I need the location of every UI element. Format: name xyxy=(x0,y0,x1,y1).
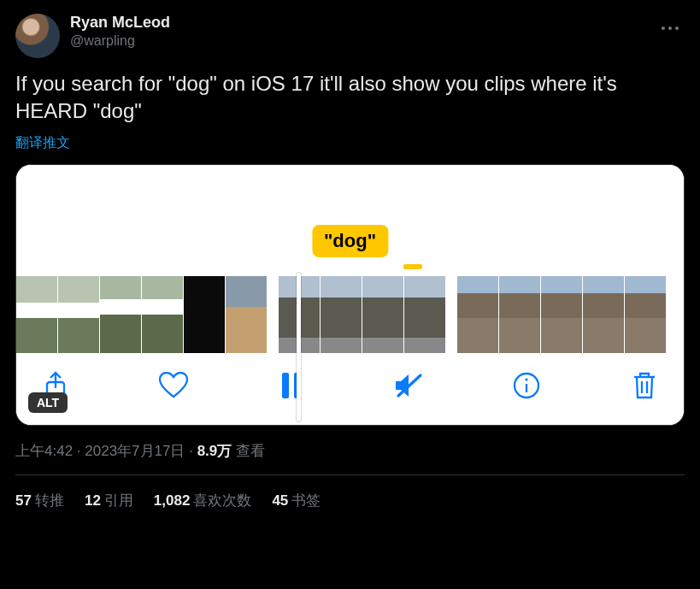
author-handle: @warpling xyxy=(70,33,645,49)
clip-thumb xyxy=(625,276,666,353)
bookmarks-stat[interactable]: 45书签 xyxy=(272,491,321,510)
avatar[interactable] xyxy=(15,14,60,58)
translate-link[interactable]: 翻译推文 xyxy=(15,134,70,152)
clip-group xyxy=(279,276,445,353)
tweet-date[interactable]: 2023年7月17日 xyxy=(85,443,185,459)
views-label: 查看 xyxy=(236,443,265,459)
search-term-marker xyxy=(403,264,422,269)
more-button[interactable] xyxy=(656,14,685,43)
tweet-text: If you search for "dog" on iOS 17 it'll … xyxy=(15,70,685,126)
mute-icon xyxy=(393,373,424,398)
svg-rect-1 xyxy=(282,373,289,398)
media-toolbar xyxy=(16,353,684,425)
tweet-header: Ryan McLeod @warpling xyxy=(15,14,685,58)
like-button[interactable] xyxy=(158,370,189,401)
mute-button[interactable] xyxy=(393,370,424,401)
ellipsis-icon xyxy=(662,27,665,30)
author-block[interactable]: Ryan McLeod @warpling xyxy=(70,14,645,49)
stats-row: 57转推 12引用 1,082喜欢次数 45书签 xyxy=(15,475,685,510)
tweet-container: Ryan McLeod @warpling If you search for … xyxy=(0,0,700,519)
trash-icon xyxy=(632,371,656,400)
clip-thumb xyxy=(583,276,624,353)
clip-thumb xyxy=(16,276,57,353)
quotes-stat[interactable]: 12引用 xyxy=(85,491,133,510)
pause-button[interactable] xyxy=(276,370,307,401)
playhead[interactable] xyxy=(297,273,301,421)
views-count: 8.9万 xyxy=(197,443,232,459)
clip-group xyxy=(457,276,666,353)
media-card[interactable]: "dog" xyxy=(15,164,685,426)
clip-group xyxy=(16,276,267,353)
tweet-time[interactable]: 上午4:42 xyxy=(15,443,73,459)
search-term-badge: "dog" xyxy=(312,225,388,257)
clip-thumb xyxy=(404,276,445,353)
retweets-stat[interactable]: 57转推 xyxy=(15,491,64,510)
delete-button[interactable] xyxy=(629,370,660,401)
author-name: Ryan McLeod xyxy=(70,14,645,32)
heart-icon xyxy=(158,372,189,399)
clip-thumb xyxy=(142,276,183,353)
svg-point-5 xyxy=(526,378,528,380)
clip-thumb xyxy=(226,276,267,353)
likes-stat[interactable]: 1,082喜欢次数 xyxy=(154,491,252,510)
alt-badge[interactable]: ALT xyxy=(28,392,68,413)
video-timeline[interactable] xyxy=(16,165,684,353)
clip-thumb xyxy=(362,276,403,353)
clip-thumb xyxy=(184,276,225,353)
tweet-meta: 上午4:42 · 2023年7月17日 · 8.9万 查看 xyxy=(15,441,685,461)
info-icon xyxy=(513,372,540,399)
clip-thumb xyxy=(541,276,582,353)
clip-thumb xyxy=(457,276,498,353)
clip-thumb xyxy=(321,276,362,353)
clip-thumb xyxy=(499,276,540,353)
clip-thumb xyxy=(100,276,141,353)
clip-thumb xyxy=(58,276,99,353)
info-button[interactable] xyxy=(511,370,542,401)
